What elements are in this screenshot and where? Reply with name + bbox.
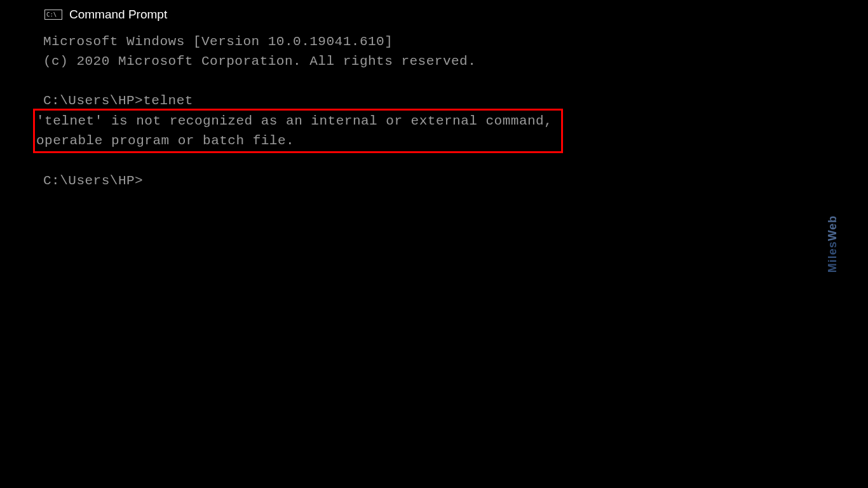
version-line: Microsoft Windows [Version 10.0.19041.61… [43, 32, 868, 51]
copyright-line: (c) 2020 Microsoft Corporation. All righ… [43, 51, 868, 71]
blank-line [43, 71, 868, 91]
prompt-line-2: C:\Users\HP> [43, 171, 868, 191]
error-line-2: operable program or batch file. [36, 131, 552, 151]
window-title: Command Prompt [69, 8, 167, 22]
titlebar: C:\ Command Prompt [0, 0, 868, 27]
terminal-output[interactable]: Microsoft Windows [Version 10.0.19041.61… [0, 27, 868, 191]
prompt-line-1: C:\Users\HP>telnet [43, 91, 868, 111]
prompt-path: C:\Users\HP> [43, 93, 143, 108]
watermark: MilesWeb [826, 215, 839, 273]
prompt-path: C:\Users\HP> [43, 173, 143, 188]
command-prompt-icon: C:\ [44, 10, 62, 20]
blank-line [43, 151, 868, 171]
watermark-text-1: Miles [826, 241, 839, 273]
error-highlight-box: 'telnet' is not recognized as an interna… [33, 109, 563, 153]
watermark-text-2: Web [826, 215, 839, 241]
command-input: telnet [143, 93, 193, 108]
error-line-1: 'telnet' is not recognized as an interna… [36, 111, 552, 131]
